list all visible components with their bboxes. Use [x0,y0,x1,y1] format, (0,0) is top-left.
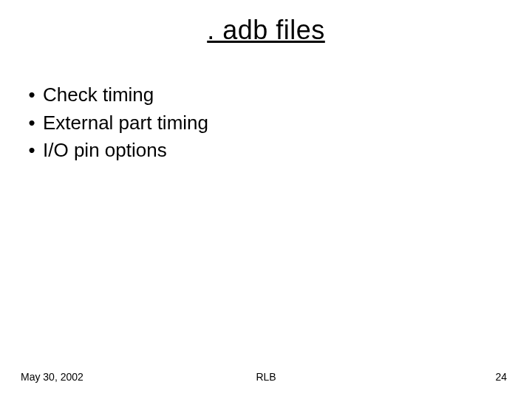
list-item: • I/O pin options [21,137,208,165]
footer: May 30, 2002 RLB 24 [0,371,532,383]
bullet-glyph: • [21,109,43,137]
bullet-text: Check timing [43,81,154,109]
footer-date: May 30, 2002 [21,371,83,383]
slide-title: . adb files [0,15,532,46]
bullet-glyph: • [21,137,43,165]
bullet-glyph: • [21,81,43,109]
list-item: • Check timing [21,81,208,109]
bullet-list: • Check timing • External part timing • … [21,81,208,165]
slide: . adb files • Check timing • External pa… [0,0,532,399]
bullet-text: I/O pin options [43,137,167,165]
footer-page-number: 24 [495,371,507,383]
bullet-text: External part timing [43,109,208,137]
list-item: • External part timing [21,109,208,137]
